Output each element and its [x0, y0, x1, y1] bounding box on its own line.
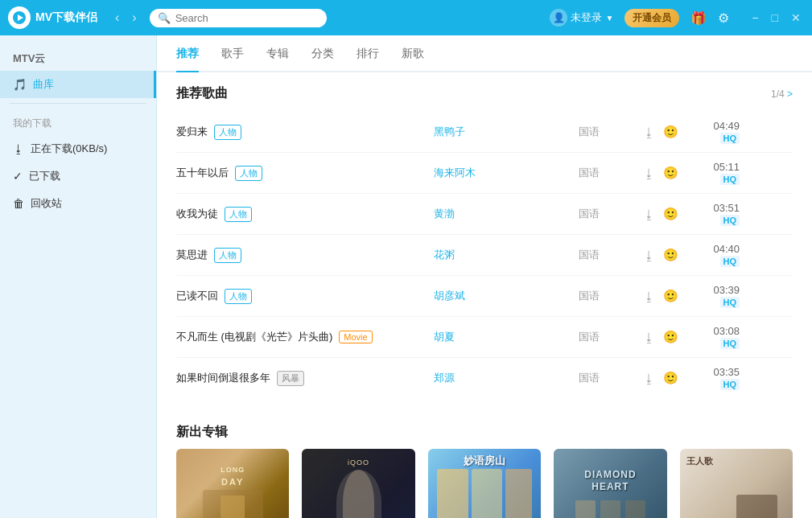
- album-card[interactable]: LONG DAY Unchained 陈雪燃: [176, 449, 289, 518]
- song-name: 爱归来 人物: [176, 125, 434, 140]
- song-duration: 05:11 HQ: [691, 161, 740, 185]
- song-duration: 03:39 HQ: [691, 284, 740, 308]
- search-bar[interactable]: 🔍: [150, 9, 327, 27]
- song-artist[interactable]: 黄渤: [434, 207, 579, 221]
- download-icon[interactable]: ⭳: [643, 166, 655, 180]
- close-button[interactable]: ✕: [788, 11, 804, 24]
- gift-icon[interactable]: 🎁: [690, 10, 707, 26]
- hd-badge: HQ: [720, 338, 740, 349]
- album-card[interactable]: iQOO 生而为赢 生而为赢 周深: [302, 449, 414, 518]
- album-card[interactable]: DIAMONDHEART F.I.R.乐团 钻石之心 F.I.R.乐团: [554, 449, 666, 518]
- tab-recommend[interactable]: 推荐: [176, 47, 199, 72]
- album-card[interactable]: 王人歌 王人歌 陈粒: [680, 449, 793, 518]
- more-icon[interactable]: 🙂: [663, 289, 678, 303]
- song-duration: 04:49 HQ: [691, 120, 740, 144]
- sidebar-divider: [10, 103, 146, 104]
- more-icon[interactable]: 🙂: [663, 371, 678, 385]
- page-text: 1/4: [771, 88, 785, 100]
- song-artist[interactable]: 黑鸭子: [434, 125, 579, 139]
- more-icon[interactable]: 🙂: [663, 248, 678, 262]
- maximize-button[interactable]: □: [769, 11, 781, 24]
- more-icon[interactable]: 🙂: [663, 207, 678, 221]
- search-input[interactable]: [175, 12, 319, 24]
- song-duration: 03:35 HQ: [691, 366, 740, 390]
- sidebar-item-downloading[interactable]: ⭳ 正在下载(0KB/s): [0, 135, 156, 162]
- albums-section-title: 新出专辑: [176, 424, 793, 441]
- avatar: 👤: [550, 9, 567, 27]
- song-artist[interactable]: 海来阿木: [434, 166, 579, 180]
- song-duration: 03:51 HQ: [691, 202, 740, 226]
- recycle-label: 回收站: [31, 196, 62, 211]
- song-artist[interactable]: 郑源: [434, 371, 579, 385]
- table-row: 莫思进 人物 花粥 国语 ⭳ 🙂 04:40 HQ: [176, 235, 793, 276]
- tab-new-songs[interactable]: 新歌: [402, 47, 424, 72]
- album-card[interactable]: 妙语房山 妙语房山 耿贺/卢芊/韩小岳/张...: [428, 449, 541, 518]
- download-icon[interactable]: ⭳: [643, 331, 655, 344]
- sidebar: MTV云 🎵 曲库 我的下载 ⭳ 正在下载(0KB/s) ✓ 已下载 🗑 回收站: [0, 35, 157, 518]
- song-lang: 国语: [579, 289, 643, 303]
- content-area: 推荐 歌手 专辑 分类 排行 新歌 推荐歌曲 1/4 > 爱归来: [157, 35, 812, 518]
- tab-category[interactable]: 分类: [311, 47, 334, 72]
- chevron-down-icon: ▼: [605, 14, 613, 23]
- vip-button[interactable]: 开通会员: [624, 9, 679, 27]
- user-area[interactable]: 👤 未登录 ▼: [550, 9, 613, 27]
- hd-badge: HQ: [720, 297, 740, 308]
- song-tag[interactable]: Movie: [339, 331, 372, 343]
- song-actions: ⭳ 🙂: [643, 248, 691, 262]
- song-artist[interactable]: 胡夏: [434, 330, 579, 344]
- table-row: 不凡而生 (电视剧《光芒》片头曲) Movie 胡夏 国语 ⭳ 🙂 03:08 …: [176, 317, 793, 358]
- song-title: 已读不回: [176, 289, 218, 303]
- downloaded-label: 已下载: [29, 169, 60, 183]
- more-icon[interactable]: 🙂: [663, 166, 678, 180]
- song-title: 如果时间倒退很多年: [176, 371, 270, 385]
- hd-badge: HQ: [720, 133, 740, 144]
- mtv-label: MTV云: [0, 42, 156, 71]
- song-actions: ⭳ 🙂: [643, 166, 691, 180]
- song-name: 如果时间倒退很多年 风暴: [176, 371, 434, 386]
- tab-rank[interactable]: 排行: [357, 47, 379, 72]
- song-tag[interactable]: 人物: [225, 289, 252, 304]
- tab-singer[interactable]: 歌手: [221, 47, 244, 72]
- song-artist[interactable]: 花粥: [434, 248, 579, 262]
- download-icon[interactable]: ⭳: [643, 208, 655, 221]
- song-tag[interactable]: 人物: [214, 248, 241, 263]
- back-button[interactable]: ‹: [110, 9, 124, 27]
- minimize-button[interactable]: −: [748, 11, 761, 24]
- section-page: 1/4 >: [771, 88, 793, 100]
- song-tag[interactable]: 人物: [214, 125, 241, 140]
- song-tag[interactable]: 人物: [225, 207, 252, 222]
- song-name: 收我为徒 人物: [176, 207, 434, 222]
- song-list: 爱归来 人物 黑鸭子 国语 ⭳ 🙂 04:49 HQ: [176, 112, 793, 398]
- next-page-arrow[interactable]: >: [787, 88, 793, 100]
- check-icon: ✓: [13, 170, 23, 183]
- tab-album[interactable]: 专辑: [266, 47, 289, 72]
- download-icon[interactable]: ⭳: [643, 249, 655, 262]
- download-icon[interactable]: ⭳: [643, 125, 655, 139]
- song-lang: 国语: [579, 330, 643, 344]
- song-lang: 国语: [579, 207, 643, 221]
- table-row: 如果时间倒退很多年 风暴 郑源 国语 ⭳ 🙂 03:35 HQ: [176, 358, 793, 398]
- sidebar-item-downloaded[interactable]: ✓ 已下载: [0, 162, 156, 190]
- gear-icon[interactable]: ⚙: [718, 10, 729, 26]
- song-lang: 国语: [579, 371, 643, 385]
- album-cover: DIAMONDHEART F.I.R.乐团: [554, 449, 666, 518]
- song-title: 五十年以后: [176, 166, 229, 180]
- table-row: 收我为徒 人物 黄渤 国语 ⭳ 🙂 03:51 HQ: [176, 194, 793, 235]
- song-tag[interactable]: 人物: [235, 166, 262, 181]
- song-name: 已读不回 人物: [176, 289, 434, 304]
- tabs-bar: 推荐 歌手 专辑 分类 排行 新歌: [157, 35, 812, 72]
- song-tag[interactable]: 风暴: [277, 371, 304, 386]
- hd-badge: HQ: [720, 256, 740, 267]
- window-controls: − □ ✕: [748, 11, 804, 24]
- more-icon[interactable]: 🙂: [663, 330, 678, 344]
- trash-icon: 🗑: [13, 197, 24, 210]
- sidebar-item-recycle[interactable]: 🗑 回收站: [0, 190, 156, 217]
- download-icon[interactable]: ⭳: [643, 372, 655, 385]
- forward-button[interactable]: ›: [127, 9, 141, 27]
- download-icon[interactable]: ⭳: [643, 290, 655, 303]
- more-icon[interactable]: 🙂: [663, 125, 678, 139]
- song-title: 收我为徒: [176, 207, 218, 221]
- song-artist[interactable]: 胡彦斌: [434, 289, 579, 303]
- sidebar-item-library[interactable]: 🎵 曲库: [0, 71, 156, 98]
- song-lang: 国语: [579, 125, 643, 139]
